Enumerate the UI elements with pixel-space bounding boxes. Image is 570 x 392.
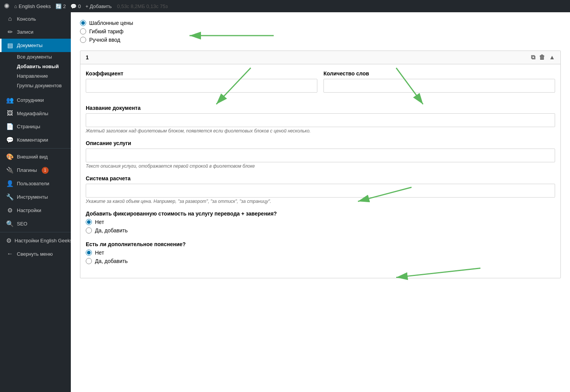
nastroyki-eg-icon: ⚙ [6, 237, 11, 244]
dokumenty-icon: ▤ [6, 42, 14, 49]
zapisi-icon: ✏ [6, 28, 14, 36]
card-header: 1 ⧉ 🗑 ▲ [80, 51, 560, 64]
additional-note-label: Есть ли дополнительное пояснение? [86, 241, 555, 247]
content-area: Шаблонные цены Гибкий тариф Ручной ввод … [71, 12, 570, 392]
sidebar-item-polzovateli[interactable]: 👤 Пользователи [0, 177, 71, 190]
sidebar-item-mediafaily[interactable]: 🖼 Медиафайлы [0, 107, 71, 120]
pricing-option-1[interactable]: Шаблонные цены [80, 20, 561, 26]
sidebar-item-konsol[interactable]: ⌂ Консоль [0, 12, 71, 25]
fixed-cost-radio-group: Нет Да, добавить [86, 219, 555, 234]
sidebar-sub-dobavit[interactable]: Добавить новый [14, 62, 71, 71]
collapse-icon[interactable]: ▲ [549, 54, 555, 61]
doc-name-field: Название документа Желтый заголовок над … [86, 105, 555, 134]
sidebar-sub-napravlenie[interactable]: Направление [14, 71, 71, 81]
calc-system-label: Система расчета [86, 175, 555, 181]
fixed-cost-group: Добавить фиксированную стоимость на услу… [86, 211, 555, 234]
coefficient-label: Коэффициент [86, 70, 317, 77]
service-desc-input[interactable] [86, 149, 555, 162]
sidebar-item-dokumenty[interactable]: ▤ Документы [0, 39, 71, 52]
coefficient-input[interactable] [86, 79, 317, 93]
admin-bar: ✺ ⌂ English Geeks 🔄 2 💬 0 + Добавить 0,5… [0, 0, 570, 12]
vneshny-vid-icon: 🎨 [6, 153, 14, 160]
updates-link[interactable]: 🔄 2 [56, 3, 66, 9]
pricing-option-3[interactable]: Ручной ввод [80, 37, 561, 43]
seo-icon: 🔍 [6, 220, 14, 227]
copy-icon[interactable]: ⧉ [531, 54, 535, 61]
sidebar-item-nastroyki[interactable]: ⚙ Настройки [0, 204, 71, 217]
sidebar-sub-gruppy[interactable]: Группы документов [14, 81, 71, 90]
plaginy-badge: 1 [42, 167, 49, 174]
card-actions: ⧉ 🗑 ▲ [531, 54, 555, 61]
plaginy-icon: 🔌 [6, 167, 14, 174]
two-col-row: Коэффициент Количество слов [86, 70, 555, 99]
calc-system-hint: Укажите за какой объем цена. Например, "… [86, 199, 271, 204]
delete-icon[interactable]: 🗑 [539, 54, 545, 61]
additional-note-radio-1[interactable] [86, 250, 92, 256]
sidebar-item-plaginy[interactable]: 🔌 Плагины 1 [0, 163, 71, 177]
sidebar-item-stranitsy[interactable]: 📄 Страницы [0, 120, 71, 133]
word-count-label: Количество слов [323, 70, 555, 77]
mediafaily-icon: 🖼 [6, 110, 14, 117]
pricing-radio-1[interactable] [80, 20, 86, 26]
pricing-option-2[interactable]: Гибкий тариф [80, 28, 561, 34]
dokumenty-submenu: Все документы Добавить новый Направление… [0, 52, 71, 93]
sidebar-item-vneshny-vid[interactable]: 🎨 Внешний вид [0, 150, 71, 163]
pricing-radio-3[interactable] [80, 37, 86, 43]
sidebar-item-zapisi[interactable]: ✏ Записи [0, 25, 71, 39]
instrumenty-icon: 🔧 [6, 193, 14, 201]
word-count-field: Количество слов [323, 70, 555, 93]
coefficient-field: Коэффициент [86, 70, 317, 93]
konsol-icon: ⌂ [6, 15, 14, 22]
nastroyki-icon: ⚙ [6, 207, 14, 214]
sidebar-item-svernut[interactable]: ← Свернуть меню [0, 247, 71, 260]
site-name-link[interactable]: ⌂ English Geeks [14, 3, 51, 9]
fixed-cost-option-2[interactable]: Да, добавить [86, 227, 555, 234]
additional-note-option-1[interactable]: Нет [86, 250, 555, 256]
svernut-icon: ← [6, 250, 14, 257]
additional-note-option-2[interactable]: Да, добавить [86, 258, 555, 264]
pricing-card: 1 ⧉ 🗑 ▲ Коэффициент Количество слов [80, 51, 561, 278]
sotrudniki-icon: 👥 [6, 96, 14, 104]
wp-logo[interactable]: ✺ [4, 2, 10, 10]
doc-name-input[interactable] [86, 113, 555, 127]
additional-note-radio-group: Нет Да, добавить [86, 250, 555, 264]
calc-system-input[interactable] [86, 184, 555, 198]
sidebar-item-nastroyki-eg[interactable]: ⚙ Настройки English Geeks [0, 234, 71, 247]
polzovateli-icon: 👤 [6, 180, 14, 187]
doc-name-label: Название документа [86, 105, 555, 111]
sidebar-item-sotrudniki[interactable]: 👥 Сотрудники [0, 93, 71, 107]
sidebar-item-kommentarii[interactable]: 💬 Комментарии [0, 133, 71, 147]
home-icon: ⌂ [14, 3, 17, 9]
fixed-cost-radio-2[interactable] [86, 227, 92, 234]
card-body: Коэффициент Количество слов Название док… [80, 64, 560, 278]
calc-system-field: Система расчета Укажите за какой объем ц… [86, 175, 555, 204]
additional-note-group: Есть ли дополнительное пояснение? Нет Да… [86, 241, 555, 264]
service-desc-hint: Текст описания услуги, отображается перв… [86, 163, 255, 169]
fixed-cost-radio-1[interactable] [86, 219, 92, 225]
add-new-link[interactable]: + Добавить [85, 3, 112, 9]
stranitsy-icon: 📄 [6, 123, 14, 130]
comments-link[interactable]: 💬 0 [70, 3, 81, 9]
service-desc-field: Описание услуги Текст описания услуги, о… [86, 140, 555, 169]
kommentarii-icon: 💬 [6, 136, 14, 144]
doc-name-hint: Желтый заголовок над фиолетовым блоком, … [86, 128, 311, 134]
service-desc-label: Описание услуги [86, 140, 555, 146]
sidebar: ⌂ Консоль ✏ Записи ▤ Документы Все докум… [0, 12, 71, 392]
sidebar-item-seo[interactable]: 🔍 SEO [0, 217, 71, 230]
updates-icon: 🔄 [56, 3, 62, 9]
additional-note-radio-2[interactable] [86, 258, 92, 264]
card-number: 1 [86, 54, 89, 60]
sidebar-item-instrumenty[interactable]: 🔧 Инструменты [0, 190, 71, 204]
pricing-type-group: Шаблонные цены Гибкий тариф Ручной ввод [80, 20, 561, 43]
word-count-input[interactable] [323, 79, 555, 93]
comments-icon: 💬 [70, 3, 77, 9]
fixed-cost-option-1[interactable]: Нет [86, 219, 555, 225]
pricing-radio-2[interactable] [80, 28, 86, 34]
fixed-cost-label: Добавить фиксированную стоимость на услу… [86, 211, 555, 217]
sidebar-sub-vse-dokumenty[interactable]: Все документы [14, 52, 71, 62]
